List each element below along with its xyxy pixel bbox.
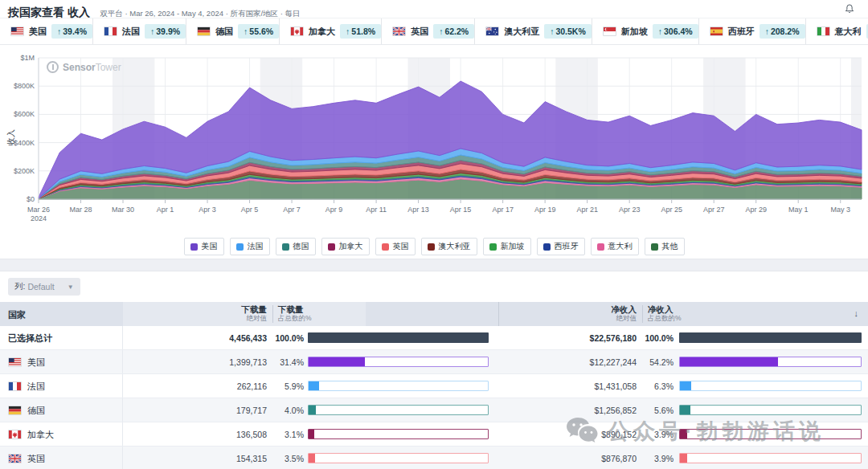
header-downloads-absolute[interactable]: 下载量 绝对值 <box>137 305 267 322</box>
country-chip-fr[interactable]: 法国↑39.9% <box>93 18 186 44</box>
arrow-up-icon: ↑ <box>346 27 350 36</box>
table-row-ca[interactable]: 加拿大136,5083.1%$890,1523.9% <box>0 422 868 447</box>
revenue-percent: 3.9% <box>640 454 674 463</box>
flag-de-icon <box>8 406 22 415</box>
country-cell: 已选择总计 <box>8 326 52 350</box>
country-name: 德国 <box>27 405 45 417</box>
svg-text:Apr 25: Apr 25 <box>661 206 682 214</box>
legend-item-新加坡[interactable]: 新加坡 <box>483 238 531 255</box>
country-chip-gb[interactable]: 英国↑62.2% <box>382 18 475 44</box>
legend-item-其他[interactable]: 其他 <box>645 238 685 255</box>
page-header: 按国家查看 收入 双平台 · Mar 26, 2024 - May 4, 202… <box>0 0 868 18</box>
table-row-fr[interactable]: 法国262,1165.9%$1,431,0586.3% <box>0 374 868 398</box>
table-row-gb[interactable]: 英国154,3153.5%$876,8703.9% <box>0 447 868 469</box>
legend-item-美国[interactable]: 美国 <box>184 238 224 255</box>
legend-label: 澳大利亚 <box>439 241 471 252</box>
country-chip-au[interactable]: 澳大利亚↑30.5K% <box>475 18 592 44</box>
header-revenue-absolute[interactable]: 净收入 绝对值 <box>506 305 637 322</box>
downloads-percent-bar <box>308 429 489 439</box>
chip-country-label: 美国 <box>29 26 47 38</box>
country-chip-ca[interactable]: 加拿大↑51.8% <box>280 18 382 44</box>
table-row-de[interactable]: 德国179,7174.0%$1,256,8525.6% <box>0 398 868 422</box>
svg-text:Apr 15: Apr 15 <box>450 206 472 214</box>
chip-change-badge: ↑30.5K% <box>544 24 592 39</box>
legend-item-西班牙[interactable]: 西班牙 <box>537 238 585 255</box>
downloads-percent-bar <box>308 405 489 415</box>
downloads-percent: 3.5% <box>270 454 304 463</box>
svg-text:$200K: $200K <box>14 167 35 175</box>
header-revenue-percent[interactable]: 净收入 占总数的% <box>648 305 744 322</box>
legend-item-法国[interactable]: 法国 <box>230 238 270 255</box>
table-row-us[interactable]: 美国1,399,71331.4%$12,227,24454.2% <box>0 350 868 374</box>
legend-item-澳大利亚[interactable]: 澳大利亚 <box>421 238 477 255</box>
table-row-total[interactable]: 已选择总计4,456,433100.0%$22,576,180100.0% <box>0 326 868 350</box>
country-cell: 英国 <box>8 447 45 469</box>
y-axis-title: 收入 <box>6 129 17 145</box>
legend-swatch <box>489 243 497 251</box>
svg-text:Apr 5: Apr 5 <box>241 206 259 214</box>
legend-label: 意大利 <box>608 241 633 252</box>
arrow-up-icon: ↑ <box>550 27 554 36</box>
flag-ca-icon <box>290 27 304 36</box>
country-name: 已选择总计 <box>8 332 52 345</box>
revenue-area-chart[interactable]: $0$200K$400K$600K$800K$1MMar 262024Mar 2… <box>0 45 868 234</box>
country-chip-es[interactable]: 西班牙↑208.2% <box>699 18 806 44</box>
table-header: 国家 下载量 绝对值 下载量 占总数的% 净收入 绝对值 净收入 占总数的% ↓ <box>0 302 868 326</box>
table-controls: 列: Default ▼ <box>0 271 868 302</box>
table-body: 已选择总计4,456,433100.0%$22,576,180100.0%美国1… <box>0 326 868 469</box>
country-name: 英国 <box>27 453 45 465</box>
svg-text:Mar 30: Mar 30 <box>112 206 134 214</box>
svg-text:Apr 17: Apr 17 <box>492 206 514 214</box>
svg-text:2024: 2024 <box>31 214 47 222</box>
page-subtitle: 双平台 · Mar 26, 2024 - May 4, 2024 · 所有国家/… <box>100 9 300 18</box>
svg-text:$800K: $800K <box>14 82 35 90</box>
svg-text:Apr 3: Apr 3 <box>199 206 216 214</box>
legend-swatch <box>597 243 604 251</box>
country-chip-de[interactable]: 德国↑55.6% <box>186 18 280 44</box>
downloads-value: 262,116 <box>137 381 267 391</box>
chip-country-label: 澳大利亚 <box>504 26 539 38</box>
legend-item-意大利[interactable]: 意大利 <box>591 238 639 255</box>
revenue-value: $22,576,180 <box>506 333 637 343</box>
svg-text:Apr 9: Apr 9 <box>326 206 343 214</box>
legend-label: 西班牙 <box>555 241 579 252</box>
svg-text:Apr 13: Apr 13 <box>407 206 429 214</box>
legend-label: 法国 <box>248 241 264 252</box>
chip-change-badge: ↑39.9% <box>145 24 186 39</box>
chip-country-label: 意大利 <box>835 26 862 38</box>
chevron-down-icon: ▼ <box>68 283 74 291</box>
columns-select-value: Default <box>27 282 54 292</box>
revenue-value: $876,870 <box>506 454 637 463</box>
flag-us-icon <box>8 357 22 367</box>
legend-item-加拿大[interactable]: 加拿大 <box>321 238 370 255</box>
svg-text:Mar 26: Mar 26 <box>27 206 50 214</box>
flag-de-icon <box>197 27 211 36</box>
arrow-up-icon: ↑ <box>765 27 769 36</box>
svg-text:Apr 11: Apr 11 <box>366 206 387 214</box>
chip-country-label: 西班牙 <box>728 26 755 38</box>
notifications-bell-icon[interactable] <box>844 3 855 14</box>
header-downloads-percent[interactable]: 下载量 占总数的% <box>278 305 375 322</box>
legend-label: 新加坡 <box>501 241 525 252</box>
legend-item-德国[interactable]: 德国 <box>276 238 316 255</box>
legend-swatch <box>428 243 435 251</box>
arrow-up-icon: ↑ <box>658 27 662 36</box>
revenue-value: $1,256,852 <box>506 406 637 415</box>
flag-gb-icon <box>392 27 406 36</box>
country-chips-row: 美国↑39.4%法国↑39.9%德国↑55.6%加拿大↑51.8%英国↑62.2… <box>0 18 868 45</box>
columns-select[interactable]: 列: Default ▼ <box>8 278 80 296</box>
revenue-percent: 54.2% <box>640 357 674 367</box>
country-chip-it[interactable]: 意大利↑237.5% <box>806 18 868 44</box>
flag-it-icon <box>817 27 830 36</box>
flag-es-icon <box>710 27 723 36</box>
header-country: 国家 <box>8 309 26 321</box>
revenue-percent-bar <box>679 332 862 343</box>
flag-us-icon <box>10 27 24 36</box>
legend-swatch <box>328 243 335 251</box>
downloads-value: 1,399,713 <box>137 357 267 367</box>
sort-direction-icon[interactable]: ↓ <box>854 308 859 318</box>
svg-text:Apr 1: Apr 1 <box>157 206 174 214</box>
country-chip-us[interactable]: 美国↑39.4% <box>0 18 93 44</box>
country-chip-sg[interactable]: 新加坡↑306.4% <box>592 18 699 44</box>
legend-item-英国[interactable]: 英国 <box>375 238 416 255</box>
